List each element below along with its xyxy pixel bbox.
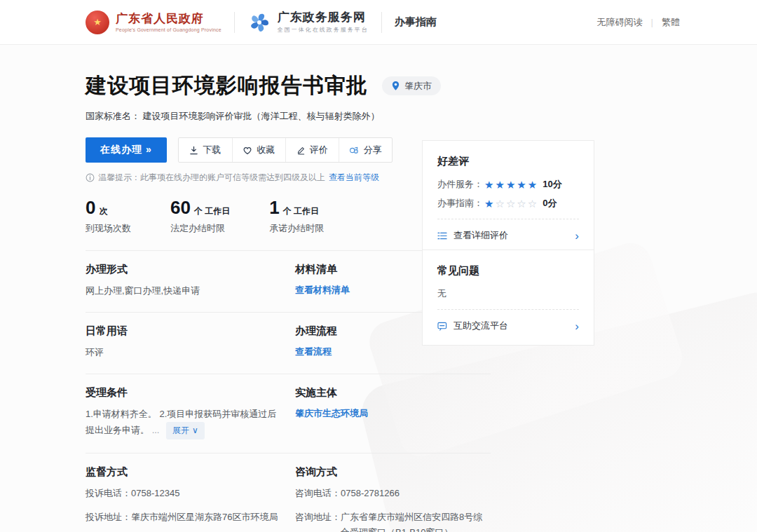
- portal-logo-subtitle: 全国一体化在线政务服务平台: [278, 26, 369, 34]
- share-button[interactable]: 分享: [339, 138, 392, 162]
- chevron-right-icon: ›: [575, 320, 579, 332]
- header-divider: [381, 12, 382, 33]
- main-content: 建设项目环境影响报告书审批 肇庆市 国家标准名： 建设项目环境影响评价审批（海洋…: [0, 45, 757, 532]
- chevron-down-icon: ∨: [192, 423, 198, 437]
- section-title: 受理条件: [86, 386, 278, 400]
- consult-phone: 咨询电话： 0758-2781266: [295, 486, 491, 500]
- download-button[interactable]: 下载: [179, 138, 232, 162]
- rating-panel: 好差评 办件服务： ★★★★★ 10分 办事指南： ★☆☆☆☆ 0分 查看详细评…: [422, 140, 594, 255]
- stat-promised-time-limit: 1 个 工作日 承诺办结时限: [269, 198, 324, 235]
- complaint-phone: 投诉电话： 0758-12345: [86, 486, 278, 500]
- view-materials-link[interactable]: 查看材料清单: [295, 285, 350, 295]
- secondary-button-group: 下载 收藏 评价: [178, 137, 393, 163]
- consult-address: 咨询地址： 广东省肇庆市端州区信安四路8号综合受理窗口（B1-B10窗口）: [295, 510, 491, 532]
- download-button-label: 下载: [203, 144, 221, 156]
- accessibility-link[interactable]: 无障碍阅读: [597, 16, 643, 29]
- rating-label: 办事指南：: [437, 197, 483, 210]
- faq-content: 无: [437, 287, 579, 300]
- share-button-label: 分享: [364, 144, 382, 156]
- top-header: ★ 广东省人民政府 People's Government of Guangdo…: [0, 0, 757, 45]
- section-content: 网上办理,窗口办理,快递申请: [86, 283, 278, 299]
- expand-toggle[interactable]: 展开 ∨: [166, 422, 205, 439]
- location-badge-label: 肇庆市: [404, 80, 432, 93]
- header-right-divider: |: [651, 17, 653, 27]
- section-handle-form: 办理形式 网上办理,窗口办理,快递申请: [86, 263, 295, 299]
- location-pin-icon: [391, 81, 400, 91]
- rating-row-guide: 办事指南： ★☆☆☆☆ 0分: [437, 197, 579, 210]
- rate-button[interactable]: 评价: [285, 138, 339, 162]
- expand-label: 展开: [172, 423, 189, 437]
- rate-button-label: 评价: [310, 144, 328, 156]
- view-current-level-link[interactable]: 查看当前等级: [329, 172, 379, 184]
- stat-value: 0: [86, 198, 95, 217]
- info-icon: [86, 173, 95, 182]
- stat-unit: 个 工作日: [194, 205, 230, 217]
- section-title: 咨询方式: [295, 465, 491, 479]
- stat-label: 到现场次数: [86, 222, 131, 235]
- portal-logo[interactable]: 广东政务服务网 全国一体化在线政务服务平台: [247, 11, 369, 34]
- mutual-help-platform-label: 互助交流平台: [453, 320, 508, 332]
- pinwheel-icon: [247, 11, 271, 34]
- edit-icon: [296, 146, 306, 155]
- implementer-link[interactable]: 肇庆市生态环境局: [295, 408, 368, 418]
- section-implementer: 实施主体 肇庆市生态环境局: [295, 386, 491, 439]
- section-title: 监督方式: [86, 465, 278, 479]
- stat-label: 承诺办结时限: [269, 222, 324, 235]
- section-consult: 咨询方式 咨询电话： 0758-2781266 咨询地址： 广东省肇庆市端州区信…: [295, 465, 491, 532]
- section-title: 办理形式: [86, 263, 278, 276]
- stat-value: 1: [269, 198, 279, 217]
- ellipsis: ...: [152, 425, 160, 435]
- star-rating-icon: ★★★★★: [484, 179, 538, 190]
- list-icon: [437, 231, 447, 240]
- rating-row-service: 办件服务： ★★★★★ 10分: [437, 178, 579, 191]
- stat-legal-time-limit: 60 个 工作日 法定办结时限: [170, 198, 230, 235]
- tip-text: 温馨提示：此事项在线办理的账户可信等级需达到四级及以上: [98, 172, 325, 184]
- rating-score: 10分: [543, 178, 561, 191]
- favorite-button-label: 收藏: [257, 144, 275, 156]
- traditional-chinese-toggle[interactable]: 繁體: [662, 16, 680, 29]
- location-badge[interactable]: 肇庆市: [382, 76, 441, 95]
- standard-name: 国家标准名： 建设项目环境影响评价审批（海洋工程、核与辐射类除外）: [86, 110, 491, 123]
- stat-onsite-visits: 0 次 到现场次数: [86, 198, 131, 235]
- rating-score: 0分: [543, 197, 557, 210]
- view-detailed-rating-link[interactable]: 查看详细评价 ›: [437, 219, 579, 242]
- section-acceptance-conditions: 受理条件 1.申请材料齐全。 2.项目申报获码并审核通过后提出业务申请。 ...…: [86, 386, 295, 439]
- gov-logo[interactable]: ★ 广东省人民政府 People's Government of Guangdo…: [86, 11, 221, 34]
- nav-service-guide[interactable]: 办事指南: [395, 15, 437, 29]
- chat-icon: [437, 322, 447, 331]
- rating-panel-title: 好差评: [437, 155, 579, 168]
- faq-panel: 常见问题 无 互助交流平台 ›: [422, 250, 594, 346]
- section-content: 环评: [86, 345, 278, 360]
- section-supervision: 监督方式 投诉电话： 0758-12345 投诉地址： 肇庆市端州区星湖东路76…: [86, 465, 295, 532]
- star-rating-icon: ★☆☆☆☆: [484, 198, 538, 209]
- national-emblem-icon: ★: [86, 11, 109, 34]
- view-detailed-rating-label: 查看详细评价: [453, 229, 508, 242]
- mutual-help-platform-link[interactable]: 互助交流平台 ›: [437, 310, 579, 332]
- heart-icon: [243, 146, 252, 155]
- section-daily-term: 日常用语 环评: [86, 325, 295, 360]
- share-icon: [349, 146, 360, 155]
- complaint-address: 投诉地址： 肇庆市端州区星湖东路76区市环境局: [86, 510, 278, 524]
- section-title: 实施主体: [295, 386, 491, 400]
- download-icon: [189, 146, 198, 155]
- portal-logo-title: 广东政务服务网: [278, 11, 369, 25]
- stat-unit: 个 工作日: [283, 205, 319, 217]
- stat-value: 60: [170, 198, 191, 217]
- chevron-right-icon: ›: [575, 230, 579, 242]
- favorite-button[interactable]: 收藏: [232, 138, 285, 162]
- section-title: 日常用语: [86, 325, 278, 338]
- page-title: 建设项目环境影响报告书审批: [86, 71, 368, 100]
- gov-logo-title: 广东省人民政府: [116, 12, 221, 26]
- rating-label: 办件服务：: [437, 178, 483, 191]
- stat-unit: 次: [99, 205, 107, 217]
- gov-logo-subtitle: People's Government of Guangdong Provinc…: [116, 27, 221, 32]
- header-divider: [234, 12, 235, 33]
- faq-panel-title: 常见问题: [437, 264, 579, 278]
- view-process-link[interactable]: 查看流程: [295, 346, 332, 357]
- online-handle-button[interactable]: 在线办理 »: [86, 137, 167, 163]
- stat-label: 法定办结时限: [170, 222, 230, 235]
